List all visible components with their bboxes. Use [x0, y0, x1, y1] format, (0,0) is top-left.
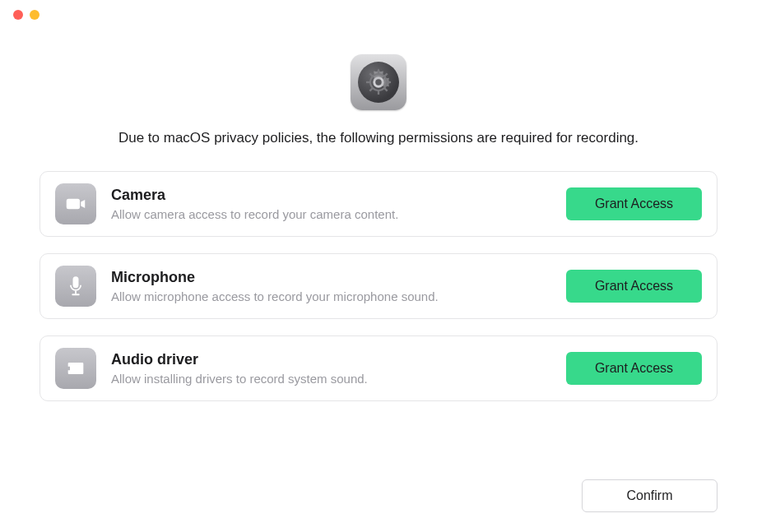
permission-audio-driver-text: Audio driver Allow installing drivers to… — [111, 351, 551, 386]
svg-rect-11 — [73, 276, 79, 288]
permission-description: Allow camera access to record your camer… — [111, 207, 551, 221]
permission-description: Allow microphone access to record your m… — [111, 289, 551, 303]
camera-icon — [55, 183, 96, 224]
microphone-icon — [55, 266, 96, 307]
svg-rect-13 — [72, 294, 79, 295]
permission-camera-text: Camera Allow camera access to record you… — [111, 187, 551, 221]
svg-line-6 — [384, 88, 388, 91]
grant-audio-driver-button[interactable]: Grant Access — [566, 352, 702, 385]
permission-description: Allow installing drivers to record syste… — [111, 372, 551, 386]
permission-title: Camera — [111, 187, 551, 204]
permission-camera: Camera Allow camera access to record you… — [39, 171, 718, 237]
driver-extension-icon — [55, 348, 96, 389]
svg-rect-12 — [75, 291, 77, 294]
confirm-button[interactable]: Confirm — [582, 479, 718, 512]
system-preferences-icon — [351, 54, 406, 110]
dialog-footer: Confirm — [0, 460, 757, 532]
permission-title: Microphone — [111, 269, 551, 286]
permission-microphone-text: Microphone Allow microphone access to re… — [111, 269, 551, 303]
svg-line-7 — [369, 88, 373, 91]
svg-rect-10 — [67, 199, 80, 210]
grant-microphone-button[interactable]: Grant Access — [566, 270, 702, 303]
gear-icon — [362, 66, 395, 99]
close-button[interactable] — [13, 10, 23, 20]
permission-title: Audio driver — [111, 351, 551, 368]
svg-line-5 — [369, 73, 373, 76]
dialog-heading: Due to macOS privacy policies, the follo… — [118, 130, 639, 146]
dialog-content: Due to macOS privacy policies, the follo… — [0, 30, 757, 460]
svg-point-9 — [375, 79, 381, 85]
grant-camera-button[interactable]: Grant Access — [566, 187, 702, 220]
svg-line-8 — [384, 73, 388, 76]
window-titlebar — [0, 0, 757, 30]
permissions-dialog: Due to macOS privacy policies, the follo… — [0, 0, 757, 532]
minimize-button[interactable] — [30, 10, 39, 20]
permission-audio-driver: Audio driver Allow installing drivers to… — [39, 335, 718, 401]
permissions-list: Camera Allow camera access to record you… — [39, 171, 718, 401]
permission-microphone: Microphone Allow microphone access to re… — [39, 253, 718, 319]
